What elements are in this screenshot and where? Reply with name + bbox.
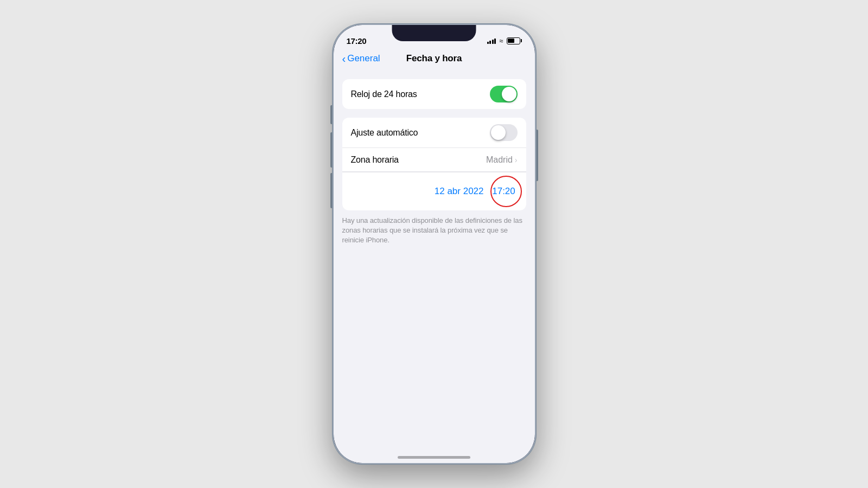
settings-content: Reloj de 24 horas Ajuste automático — [334, 70, 535, 463]
back-button[interactable]: ‹ General — [342, 53, 380, 64]
phone-screen: 17:20 ≈ — [334, 25, 535, 463]
chevron-left-icon: ‹ — [342, 53, 346, 64]
phone-wrapper: 17:20 ≈ — [333, 24, 536, 464]
reloj-24-row[interactable]: Reloj de 24 horas — [342, 79, 526, 109]
volume-down-button[interactable] — [330, 173, 333, 208]
notch — [392, 25, 476, 41]
ajuste-automatico-row[interactable]: Ajuste automático — [342, 118, 526, 148]
mute-button[interactable] — [330, 105, 333, 124]
power-button[interactable] — [536, 130, 538, 181]
ajuste-automatico-label: Ajuste automático — [351, 128, 418, 138]
nav-bar: ‹ General Fecha y hora — [334, 49, 535, 70]
toggle-knob — [502, 87, 516, 101]
datetime-row: 12 abr 2022 17:20 — [342, 172, 526, 210]
page-title: Fecha y hora — [406, 53, 462, 64]
zona-horaria-city: Madrid — [486, 155, 513, 165]
reloj-24-toggle[interactable] — [490, 86, 518, 102]
zona-horaria-row[interactable]: Zona horaria Madrid › — [342, 148, 526, 172]
zona-horaria-label: Zona horaria — [351, 155, 399, 165]
wifi-icon: ≈ — [499, 37, 503, 45]
home-indicator[interactable] — [398, 456, 470, 459]
zona-horaria-value: Madrid › — [486, 155, 518, 165]
toggle-knob-ajuste — [491, 125, 506, 140]
timezone-info-text: Hay una actualización disponible de las … — [342, 216, 526, 246]
back-label: General — [347, 53, 380, 64]
chevron-right-icon: › — [515, 156, 518, 164]
volume-up-button[interactable] — [330, 132, 333, 168]
status-icons: ≈ — [487, 37, 522, 45]
phone-frame: 17:20 ≈ — [333, 24, 536, 464]
date-value[interactable]: 12 abr 2022 — [435, 186, 484, 197]
settings-group-auto: Ajuste automático Zona horaria Madrid › — [342, 118, 526, 210]
status-time: 17:20 — [347, 36, 367, 46]
battery-icon — [507, 37, 522, 44]
signal-icon — [487, 37, 496, 44]
ajuste-automatico-toggle[interactable] — [490, 124, 518, 141]
settings-group-clock: Reloj de 24 horas — [342, 79, 526, 109]
time-value[interactable]: 17:20 — [490, 178, 518, 205]
reloj-24-label: Reloj de 24 horas — [351, 89, 417, 99]
